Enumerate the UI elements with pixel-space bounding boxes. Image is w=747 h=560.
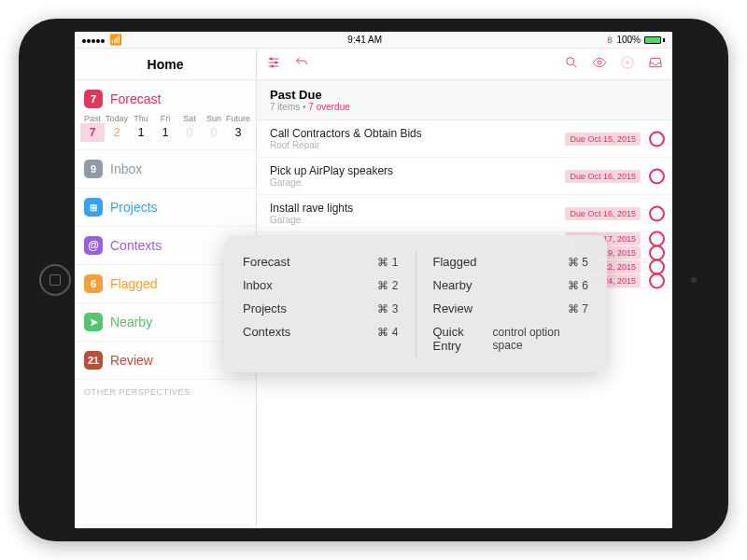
search-icon[interactable] [564,55,579,74]
shortcut-key: ⌘ 7 [568,302,588,315]
complete-circle[interactable] [649,168,665,184]
due-badge: Due Oct 16, 2015 [565,170,641,183]
section-title: Past Due [270,88,659,102]
settings-icon[interactable] [266,55,281,74]
svg-point-4 [275,61,277,63]
inbox-icon[interactable] [648,55,663,74]
forecast-label: Forecast [110,91,161,106]
add-icon[interactable] [620,55,635,74]
sidebar-badge: @ [84,236,103,255]
sidebar-badge: 6 [84,274,103,293]
sidebar-item-projects[interactable]: ⊞Projects [75,189,256,227]
shortcut-row: Forecast⌘ 1 [243,250,399,273]
shortcut-key: ⌘ 5 [568,256,588,269]
shortcut-name: Flagged [433,255,477,269]
svg-point-3 [270,57,272,59]
complete-circle[interactable] [649,205,665,221]
shortcut-row: Flagged⌘ 5 [433,250,589,273]
camera-dot [691,277,697,283]
svg-line-7 [573,64,576,67]
shortcut-key: ⌘ 4 [377,326,398,339]
shortcut-name: Inbox [243,278,273,292]
task-row[interactable]: Call Contractors & Obtain BidsRoof Repai… [257,120,672,158]
eye-icon[interactable] [592,55,607,74]
toolbar [257,49,672,80]
shortcut-row: Quick Entrycontrol option space [433,320,589,357]
shortcut-key: ⌘ 1 [377,256,398,269]
other-perspectives-label: OTHER PERSPECTIVES [75,380,256,397]
bluetooth-icon: ฿ [607,35,613,45]
task-row[interactable]: Pick up AirPlay speakersGarageDue Oct 16… [257,158,672,195]
shortcut-name: Contexts [243,325,290,339]
shortcut-key: ⌘ 3 [377,302,398,315]
due-badge: Due Oct 15, 2015 [565,133,641,146]
sidebar-item-forecast[interactable]: 7 Forecast [75,80,256,112]
sidebar-item-label: Flagged [110,276,158,291]
sidebar-item-label: Review [110,353,153,368]
clock: 9:41 AM [347,35,382,45]
home-button[interactable] [39,264,71,296]
due-badge: Due Oct 16, 2015 [565,207,641,220]
svg-point-5 [272,64,274,66]
signal-dots-icon [82,35,106,45]
status-bar: 📶 9:41 AM ฿ 100% [75,32,672,49]
undo-icon[interactable] [294,55,309,74]
ipad-frame: 📶 9:41 AM ฿ 100% Home 7 Forecast PastTod… [19,19,728,541]
section-subtitle: 7 items • 7 overdue [270,102,659,112]
sidebar-item-label: Projects [110,200,158,215]
complete-circle[interactable] [649,131,665,147]
shortcut-row: Contexts⌘ 4 [243,320,399,343]
forecast-badge: 7 [84,90,103,108]
sidebar-title: Home [75,49,256,80]
shortcut-key: ⌘ 6 [568,279,588,292]
shortcut-name: Quick Entry [433,325,493,353]
screen: 📶 9:41 AM ฿ 100% Home 7 Forecast PastTod… [75,32,672,528]
shortcut-row: Nearby⌘ 6 [433,273,589,297]
shortcut-row: Projects⌘ 3 [243,297,399,320]
section-header: Past Due 7 items • 7 overdue [257,80,672,120]
wifi-icon: 📶 [109,34,122,46]
battery-icon [644,36,665,44]
complete-circle[interactable] [649,273,665,289]
svg-point-6 [567,57,574,64]
sidebar-badge: ➤ [84,313,103,331]
shortcut-name: Nearby [433,278,472,292]
sidebar-badge: ⊞ [84,198,103,217]
shortcut-key: ⌘ 2 [377,279,398,292]
sidebar-badge: 21 [84,351,103,370]
shortcut-key: control option space [493,326,588,352]
forecast-mini-cal[interactable]: PastTodayThuFriSatSunFuture 7211003 [75,112,256,150]
shortcut-row: Inbox⌘ 2 [243,273,399,297]
shortcut-name: Projects [243,301,287,315]
task-row[interactable]: Install rave lightsGarageDue Oct 16, 201… [257,195,672,232]
shortcut-name: Forecast [243,255,290,269]
battery-pct: 100% [616,35,641,45]
shortcut-row: Review⌘ 7 [433,297,589,320]
keyboard-shortcuts-overlay: Forecast⌘ 1Inbox⌘ 2Projects⌘ 3Contexts⌘ … [224,235,607,372]
sidebar-item-inbox[interactable]: 9Inbox [75,150,256,189]
sidebar-item-label: Nearby [110,315,152,329]
sidebar-item-label: Inbox [110,161,142,176]
svg-point-8 [598,61,601,64]
sidebar-badge: 9 [84,160,103,178]
shortcut-name: Review [433,301,473,315]
sidebar-item-label: Contexts [110,238,162,253]
